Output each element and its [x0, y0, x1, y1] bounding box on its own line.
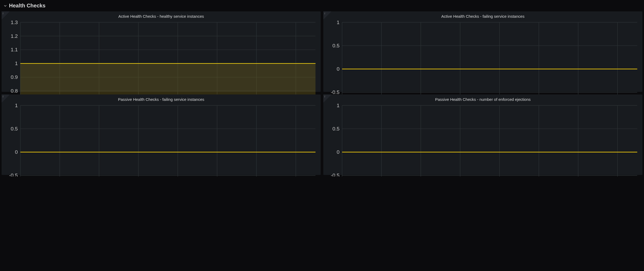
svg-text:0: 0 — [337, 149, 340, 155]
svg-text:-0.5: -0.5 — [331, 173, 339, 177]
info-icon[interactable]: i — [2, 94, 10, 102]
info-icon[interactable]: i — [2, 11, 10, 19]
section-header[interactable]: Health Checks — [2, 2, 642, 11]
panel-title: Passive Health Checks - failing service … — [4, 96, 318, 104]
chart-plot[interactable]: -1-0.500.5112:5212:5412:5612:5813:0013:0… — [326, 104, 640, 177]
svg-text:1: 1 — [337, 104, 340, 108]
panel-active-healthy[interactable]: iActive Health Checks - healthy service … — [2, 11, 321, 92]
panel-passive-failing[interactable]: iPassive Health Checks - failing service… — [2, 94, 321, 175]
svg-text:0: 0 — [337, 66, 340, 72]
panel-title: Active Health Checks - failing service i… — [326, 13, 640, 21]
info-icon[interactable]: i — [323, 11, 331, 19]
svg-text:0.5: 0.5 — [333, 43, 340, 48]
svg-text:0.5: 0.5 — [11, 126, 18, 132]
panel-passive-ejections[interactable]: iPassive Health Checks - number of enfor… — [323, 94, 642, 175]
svg-text:1.2: 1.2 — [11, 33, 18, 39]
svg-text:0: 0 — [15, 149, 18, 155]
panel-title: Active Health Checks - healthy service i… — [4, 13, 318, 21]
svg-text:1.3: 1.3 — [11, 21, 18, 25]
panel-grid: iActive Health Checks - healthy service … — [2, 11, 642, 175]
chevron-down-icon — [4, 4, 7, 7]
svg-text:1.1: 1.1 — [11, 47, 18, 52]
svg-text:1: 1 — [337, 21, 340, 25]
svg-text:0.8: 0.8 — [11, 88, 18, 94]
chart-plot[interactable]: -1-0.500.5112:5212:5412:5612:5813:0013:0… — [4, 104, 318, 177]
panel-active-failing[interactable]: iActive Health Checks - failing service … — [323, 11, 642, 92]
svg-text:0.5: 0.5 — [333, 126, 340, 132]
svg-text:0.9: 0.9 — [11, 74, 18, 80]
svg-text:1: 1 — [15, 104, 18, 108]
svg-text:1: 1 — [15, 61, 18, 66]
panel-title: Passive Health Checks - number of enforc… — [326, 96, 640, 104]
svg-text:-0.5: -0.5 — [9, 173, 18, 177]
section-title: Health Checks — [9, 3, 46, 9]
info-icon[interactable]: i — [323, 94, 331, 102]
